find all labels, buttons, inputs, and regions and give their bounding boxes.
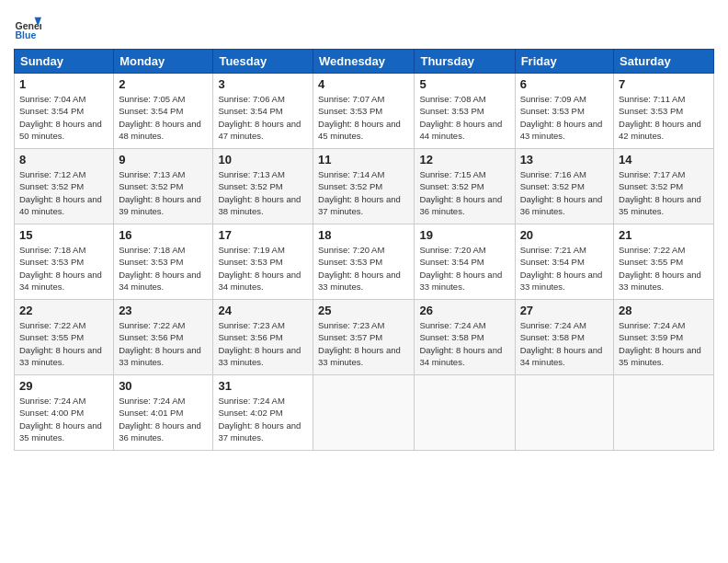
day-number: 31: [218, 379, 308, 393]
calendar-cell: 20 Sunrise: 7:21 AM Sunset: 3:54 PM Dayl…: [515, 224, 613, 300]
calendar-cell: 8 Sunrise: 7:12 AM Sunset: 3:52 PM Dayli…: [15, 149, 114, 224]
day-number: 13: [520, 153, 609, 167]
weekday-header-monday: Monday: [114, 50, 213, 74]
calendar-cell: 30 Sunrise: 7:24 AM Sunset: 4:01 PM Dayl…: [114, 375, 213, 451]
day-info: Sunrise: 7:04 AM Sunset: 3:54 PM Dayligh…: [19, 93, 108, 142]
weekday-header-wednesday: Wednesday: [313, 50, 415, 74]
calendar-cell: 1 Sunrise: 7:04 AM Sunset: 3:54 PM Dayli…: [15, 74, 114, 149]
weekday-header-tuesday: Tuesday: [213, 50, 313, 74]
day-info: Sunrise: 7:23 AM Sunset: 3:57 PM Dayligh…: [318, 319, 409, 368]
calendar-cell: 24 Sunrise: 7:23 AM Sunset: 3:56 PM Dayl…: [213, 300, 313, 375]
calendar-table: SundayMondayTuesdayWednesdayThursdayFrid…: [14, 49, 714, 451]
calendar-cell: 13 Sunrise: 7:16 AM Sunset: 3:52 PM Dayl…: [515, 149, 613, 224]
calendar-cell: 26 Sunrise: 7:24 AM Sunset: 3:58 PM Dayl…: [415, 300, 515, 375]
day-info: Sunrise: 7:12 AM Sunset: 3:52 PM Dayligh…: [19, 168, 108, 217]
weekday-header-friday: Friday: [515, 50, 613, 74]
calendar-cell: 12 Sunrise: 7:15 AM Sunset: 3:52 PM Dayl…: [415, 149, 515, 224]
day-info: Sunrise: 7:11 AM Sunset: 3:53 PM Dayligh…: [619, 93, 709, 142]
calendar-cell: 9 Sunrise: 7:13 AM Sunset: 3:52 PM Dayli…: [114, 149, 213, 224]
calendar-cell: 19 Sunrise: 7:20 AM Sunset: 3:54 PM Dayl…: [415, 224, 515, 300]
day-info: Sunrise: 7:07 AM Sunset: 3:53 PM Dayligh…: [318, 93, 409, 142]
day-info: Sunrise: 7:05 AM Sunset: 3:54 PM Dayligh…: [119, 93, 208, 142]
weekday-header-sunday: Sunday: [15, 50, 114, 74]
calendar-cell: 6 Sunrise: 7:09 AM Sunset: 3:53 PM Dayli…: [515, 74, 613, 149]
day-number: 4: [318, 77, 409, 91]
day-info: Sunrise: 7:15 AM Sunset: 3:52 PM Dayligh…: [419, 168, 509, 217]
calendar-cell: 4 Sunrise: 7:07 AM Sunset: 3:53 PM Dayli…: [313, 74, 415, 149]
day-info: Sunrise: 7:13 AM Sunset: 3:52 PM Dayligh…: [218, 168, 308, 217]
day-info: Sunrise: 7:24 AM Sunset: 4:02 PM Dayligh…: [218, 395, 308, 443]
day-number: 25: [318, 304, 409, 317]
day-number: 8: [19, 153, 108, 167]
day-info: Sunrise: 7:18 AM Sunset: 3:53 PM Dayligh…: [119, 244, 208, 293]
weekday-header-thursday: Thursday: [415, 50, 515, 74]
calendar-cell: 29 Sunrise: 7:24 AM Sunset: 4:00 PM Dayl…: [15, 375, 114, 451]
day-number: 5: [419, 77, 509, 91]
day-number: 20: [520, 228, 609, 242]
day-info: Sunrise: 7:22 AM Sunset: 3:55 PM Dayligh…: [19, 319, 108, 368]
day-info: Sunrise: 7:17 AM Sunset: 3:52 PM Dayligh…: [619, 168, 709, 217]
day-number: 27: [520, 304, 609, 317]
calendar-cell: 27 Sunrise: 7:24 AM Sunset: 3:58 PM Dayl…: [515, 300, 613, 375]
day-number: 18: [318, 228, 409, 242]
weekday-header-saturday: Saturday: [614, 50, 714, 74]
calendar-cell: 21 Sunrise: 7:22 AM Sunset: 3:55 PM Dayl…: [614, 224, 714, 300]
day-info: Sunrise: 7:22 AM Sunset: 3:56 PM Dayligh…: [119, 319, 208, 368]
day-number: 17: [218, 228, 308, 242]
calendar-cell: 14 Sunrise: 7:17 AM Sunset: 3:52 PM Dayl…: [614, 149, 714, 224]
day-number: 1: [19, 77, 108, 91]
calendar-cell: 25 Sunrise: 7:23 AM Sunset: 3:57 PM Dayl…: [313, 300, 415, 375]
day-number: 16: [119, 228, 208, 242]
day-info: Sunrise: 7:06 AM Sunset: 3:54 PM Dayligh…: [218, 93, 308, 142]
calendar-cell: [614, 375, 714, 451]
calendar-cell: 7 Sunrise: 7:11 AM Sunset: 3:53 PM Dayli…: [614, 74, 714, 149]
day-info: Sunrise: 7:24 AM Sunset: 4:00 PM Dayligh…: [19, 395, 108, 443]
day-info: Sunrise: 7:24 AM Sunset: 4:01 PM Dayligh…: [119, 395, 208, 443]
calendar-cell: 10 Sunrise: 7:13 AM Sunset: 3:52 PM Dayl…: [213, 149, 313, 224]
day-info: Sunrise: 7:08 AM Sunset: 3:53 PM Dayligh…: [419, 93, 509, 142]
calendar-cell: 16 Sunrise: 7:18 AM Sunset: 3:53 PM Dayl…: [114, 224, 213, 300]
day-number: 22: [19, 304, 108, 317]
day-number: 3: [218, 77, 308, 91]
day-info: Sunrise: 7:24 AM Sunset: 3:59 PM Dayligh…: [619, 319, 709, 368]
day-info: Sunrise: 7:18 AM Sunset: 3:53 PM Dayligh…: [19, 244, 108, 293]
day-info: Sunrise: 7:24 AM Sunset: 3:58 PM Dayligh…: [419, 319, 509, 368]
calendar-cell: [515, 375, 613, 451]
header: General Blue: [14, 9, 714, 41]
day-number: 26: [419, 304, 509, 317]
day-number: 29: [19, 379, 108, 393]
day-number: 23: [119, 304, 208, 317]
day-number: 2: [119, 77, 208, 91]
day-number: 19: [419, 228, 509, 242]
logo-icon: General Blue: [14, 14, 41, 41]
day-number: 11: [318, 153, 409, 167]
calendar-cell: [415, 375, 515, 451]
calendar-cell: 18 Sunrise: 7:20 AM Sunset: 3:53 PM Dayl…: [313, 224, 415, 300]
calendar-cell: 23 Sunrise: 7:22 AM Sunset: 3:56 PM Dayl…: [114, 300, 213, 375]
day-info: Sunrise: 7:19 AM Sunset: 3:53 PM Dayligh…: [218, 244, 308, 293]
svg-text:Blue: Blue: [16, 29, 37, 40]
day-number: 21: [619, 228, 709, 242]
day-number: 12: [419, 153, 509, 167]
calendar-cell: 3 Sunrise: 7:06 AM Sunset: 3:54 PM Dayli…: [213, 74, 313, 149]
day-info: Sunrise: 7:20 AM Sunset: 3:53 PM Dayligh…: [318, 244, 409, 293]
calendar-cell: 31 Sunrise: 7:24 AM Sunset: 4:02 PM Dayl…: [213, 375, 313, 451]
day-info: Sunrise: 7:14 AM Sunset: 3:52 PM Dayligh…: [318, 168, 409, 217]
calendar-cell: 28 Sunrise: 7:24 AM Sunset: 3:59 PM Dayl…: [614, 300, 714, 375]
day-info: Sunrise: 7:24 AM Sunset: 3:58 PM Dayligh…: [520, 319, 609, 368]
day-number: 24: [218, 304, 308, 317]
day-number: 7: [619, 77, 709, 91]
day-number: 9: [119, 153, 208, 167]
day-info: Sunrise: 7:16 AM Sunset: 3:52 PM Dayligh…: [520, 168, 609, 217]
day-info: Sunrise: 7:09 AM Sunset: 3:53 PM Dayligh…: [520, 93, 609, 142]
calendar-cell: 17 Sunrise: 7:19 AM Sunset: 3:53 PM Dayl…: [213, 224, 313, 300]
calendar-cell: 5 Sunrise: 7:08 AM Sunset: 3:53 PM Dayli…: [415, 74, 515, 149]
day-number: 30: [119, 379, 208, 393]
logo: General Blue: [14, 14, 43, 41]
day-number: 15: [19, 228, 108, 242]
page-container: General Blue SundayMondayTuesdayWednesda…: [0, 0, 728, 460]
day-info: Sunrise: 7:13 AM Sunset: 3:52 PM Dayligh…: [119, 168, 208, 217]
day-number: 14: [619, 153, 709, 167]
calendar-cell: 2 Sunrise: 7:05 AM Sunset: 3:54 PM Dayli…: [114, 74, 213, 149]
calendar-cell: 15 Sunrise: 7:18 AM Sunset: 3:53 PM Dayl…: [15, 224, 114, 300]
